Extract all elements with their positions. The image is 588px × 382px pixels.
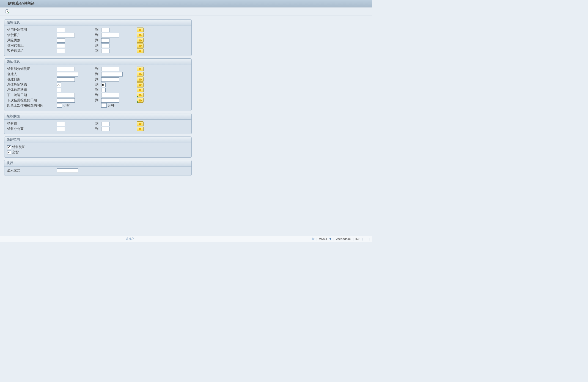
dropdown-icon[interactable]: ▼	[329, 237, 332, 241]
to-label: 到	[95, 72, 101, 77]
label: 距离上次信用检查的时间	[7, 103, 57, 108]
credit-account-to[interactable]	[101, 33, 119, 37]
checkbox-label: 交货	[12, 150, 19, 155]
group-credit-info: 信贷信息 信用控制范围 到 信贷帐户 到 风险类别	[4, 19, 192, 56]
label: 信用代表组	[7, 43, 57, 48]
to-label: 到	[95, 77, 101, 82]
create-date-to[interactable]	[101, 77, 119, 82]
credit-control-area-from[interactable]	[57, 28, 65, 32]
row-sales-group: 销售组 到	[7, 121, 189, 126]
to-label: 到	[95, 93, 101, 97]
sales-group-to[interactable]	[101, 122, 109, 126]
execute-icon[interactable]	[5, 9, 10, 14]
titlebar: 销售和分销凭证	[0, 0, 372, 7]
row-risk-category: 风险类别 到	[7, 38, 189, 43]
group-title: 信贷信息	[4, 20, 191, 26]
sd-doc-from[interactable]	[57, 67, 75, 71]
row-next-ship-date: 下一装运日期 到	[7, 93, 189, 97]
label: 销售组	[7, 121, 57, 126]
row-next-credit-check: 下次信用检查的日期 到	[7, 98, 189, 103]
group-title: 执行	[4, 160, 191, 167]
delivery-checkbox[interactable]: ✔	[7, 151, 11, 154]
credit-account-from[interactable]	[57, 33, 75, 37]
label: 风险类别	[7, 38, 57, 43]
group-execute: 执行 显示变式	[4, 160, 192, 176]
next-check-from[interactable]	[57, 98, 75, 103]
label: 销售和分销凭证	[7, 67, 57, 71]
row-time-since-last-check: 距离上次信用检查的时间 小时 分钟	[7, 103, 189, 108]
credit-control-area-to[interactable]	[101, 28, 109, 32]
next-ship-from[interactable]	[57, 93, 75, 97]
insert-mode: INS	[355, 237, 360, 241]
sales-doc-checkbox[interactable]: ✔	[7, 145, 11, 149]
risk-category-from[interactable]	[57, 38, 65, 43]
row-credit-control-area: 信用控制范围 到	[7, 28, 189, 32]
credit-rep-group-from[interactable]	[57, 43, 65, 48]
sales-group-from[interactable]	[57, 122, 65, 126]
row-sales-office: 销售办公室 到	[7, 127, 189, 131]
multi-select-icon[interactable]	[137, 48, 144, 53]
group-doc-info: 凭证信息 销售和分销凭证 到 创建人 到 创建日期	[4, 58, 192, 111]
risk-category-to[interactable]	[101, 38, 109, 43]
minutes-input[interactable]	[101, 103, 107, 108]
hours-input[interactable]	[57, 103, 62, 108]
multi-select-icon[interactable]	[137, 98, 144, 103]
label: 总体信用状态	[7, 88, 57, 92]
multi-select-icon[interactable]	[137, 82, 144, 87]
group-title: 组织数据	[4, 113, 191, 120]
creator-to[interactable]	[101, 72, 123, 77]
label: 信贷帐户	[7, 33, 57, 37]
next-ship-to[interactable]	[101, 93, 119, 97]
row-sd-doc: 销售和分销凭证 到	[7, 67, 189, 71]
overall-status-to[interactable]	[101, 83, 106, 87]
session-icon[interactable]	[312, 238, 315, 240]
row-customer-credit-group: 客户信贷组 到	[7, 48, 189, 53]
multi-select-icon[interactable]	[137, 121, 144, 126]
multi-select-icon[interactable]	[137, 33, 144, 37]
multi-select-icon[interactable]	[137, 88, 144, 92]
multi-select-icon[interactable]	[137, 43, 144, 48]
minutes-label: 分钟	[108, 103, 114, 108]
multi-select-icon[interactable]	[137, 28, 144, 32]
row-delivery-checkbox: ✔ 交货	[7, 150, 189, 155]
to-label: 到	[95, 98, 101, 103]
customer-credit-group-from[interactable]	[57, 49, 65, 53]
label: 下次信用检查的日期	[7, 98, 57, 103]
window: 销售和分销凭证 信贷信息 信用控制范围 到	[0, 0, 372, 242]
label: 信用控制范围	[7, 28, 57, 32]
create-date-from[interactable]	[57, 77, 75, 82]
page-title: 销售和分销凭证	[7, 1, 34, 6]
sap-logo: SAP	[126, 237, 134, 241]
group-doc-scope: 凭证范围 ✔ 销售凭证 ✔ 交货	[4, 137, 192, 158]
display-variant-input[interactable]	[57, 168, 78, 173]
credit-status-to[interactable]	[101, 88, 106, 92]
hours-label: 小时	[63, 103, 70, 108]
multi-select-icon[interactable]	[137, 67, 144, 71]
label: 客户信贷组	[7, 48, 57, 53]
row-create-date: 创建日期 到	[7, 77, 189, 82]
to-label: 到	[95, 127, 101, 131]
next-check-to[interactable]	[101, 98, 119, 103]
credit-status-from[interactable]	[57, 88, 61, 92]
multi-select-icon[interactable]	[137, 127, 144, 131]
multi-select-icon[interactable]	[137, 72, 144, 77]
creator-from[interactable]	[57, 72, 78, 77]
credit-rep-group-to[interactable]	[101, 43, 109, 48]
multi-select-icon[interactable]	[137, 77, 144, 82]
row-display-variant: 显示变式	[7, 168, 189, 173]
group-title: 凭证范围	[4, 137, 191, 143]
multi-select-icon[interactable]	[137, 38, 144, 43]
label: 显示变式	[7, 168, 57, 173]
statusbar: SAP | VKM4 ▼ | vheeods4ci | INS | |	[0, 236, 372, 242]
multi-select-icon[interactable]	[137, 93, 144, 97]
sales-office-from[interactable]	[57, 127, 65, 131]
checkbox-label: 销售凭证	[12, 145, 25, 149]
to-label: 到	[95, 33, 101, 37]
to-label: 到	[95, 82, 101, 87]
overall-status-from[interactable]	[57, 83, 61, 87]
to-label: 到	[95, 67, 101, 71]
sd-doc-to[interactable]	[101, 67, 119, 71]
content-area: 信贷信息 信用控制范围 到 信贷帐户 到 风险类别	[0, 15, 372, 176]
sales-office-to[interactable]	[101, 127, 109, 131]
customer-credit-group-to[interactable]	[101, 49, 109, 53]
